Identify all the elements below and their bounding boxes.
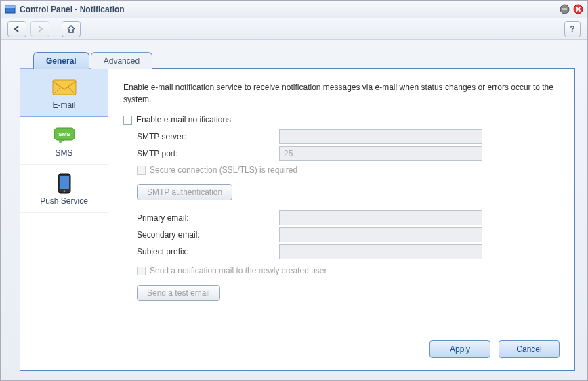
tab-general[interactable]: General (33, 52, 89, 69)
main-content: Enable e-mail notification service to re… (108, 69, 574, 370)
sms-icon: SMS (51, 125, 78, 145)
checkbox-icon (123, 116, 132, 125)
checkbox-label: Secure connection (SSL/TLS) is required (150, 165, 297, 175)
window: Control Panel - Notification ? General A… (0, 0, 588, 381)
secondary-email-input[interactable] (279, 227, 482, 242)
smtp-server-input[interactable] (279, 129, 482, 144)
home-button[interactable] (62, 21, 81, 37)
email-icon (51, 77, 78, 97)
send-test-button[interactable]: Send a test email (137, 285, 220, 301)
sidebar-item-label: E-mail (52, 100, 75, 110)
smtp-server-label: SMTP server: (137, 132, 279, 141)
checkbox-label: Enable e-mail notifications (136, 115, 231, 125)
sidebar-item-email[interactable]: E-mail (20, 68, 108, 117)
app-icon (5, 4, 16, 15)
minimize-icon[interactable] (559, 4, 570, 15)
smtp-port-row: SMTP port: (137, 146, 560, 161)
sidebar-item-label: Push Service (40, 196, 88, 206)
push-icon (51, 173, 78, 194)
svg-rect-11 (60, 176, 69, 189)
tabs: General Advanced (33, 52, 575, 69)
ssl-checkbox[interactable]: Secure connection (SSL/TLS) is required (137, 165, 560, 175)
sidebar-item-push[interactable]: Push Service (20, 165, 108, 213)
subject-prefix-row: Subject prefix: (137, 244, 560, 259)
smtp-auth-button[interactable]: SMTP authentication (137, 184, 232, 200)
help-button[interactable]: ? (564, 21, 581, 37)
primary-email-input[interactable] (279, 210, 482, 225)
titlebar: Control Panel - Notification (1, 1, 587, 18)
primary-email-row: Primary email: (137, 210, 560, 225)
svg-point-12 (63, 190, 65, 192)
panel: E-mail SMS SMS Push Service Enable e-mai… (20, 68, 575, 371)
content-area: General Advanced E-mail SMS SMS (1, 40, 587, 380)
smtp-server-row: SMTP server: (137, 129, 560, 144)
enable-email-checkbox[interactable]: Enable e-mail notifications (123, 115, 560, 125)
description-text: Enable e-mail notification service to re… (123, 81, 560, 106)
forward-button[interactable] (30, 21, 49, 37)
secondary-email-label: Secondary email: (137, 230, 279, 240)
secondary-email-row: Secondary email: (137, 227, 560, 242)
footer-buttons: Apply Cancel (123, 332, 560, 358)
svg-text:SMS: SMS (58, 131, 70, 137)
sidebar-item-label: SMS (55, 148, 72, 158)
smtp-port-label: SMTP port: (137, 149, 279, 158)
window-title: Control Panel - Notification (20, 5, 556, 14)
toolbar: ? (1, 18, 587, 40)
sidebar: E-mail SMS SMS Push Service (20, 69, 108, 370)
svg-rect-1 (5, 6, 15, 8)
checkbox-label: Send a notification mail to the newly cr… (150, 266, 327, 275)
svg-rect-3 (562, 9, 567, 10)
close-icon[interactable] (572, 4, 583, 15)
tab-advanced[interactable]: Advanced (91, 52, 152, 69)
cancel-button[interactable]: Cancel (499, 340, 560, 358)
sidebar-item-sms[interactable]: SMS SMS (20, 117, 108, 165)
checkbox-icon (137, 166, 146, 175)
smtp-port-input[interactable] (279, 146, 482, 161)
send-newuser-checkbox[interactable]: Send a notification mail to the newly cr… (137, 266, 560, 275)
primary-email-label: Primary email: (137, 213, 279, 223)
apply-button[interactable]: Apply (429, 340, 490, 358)
svg-rect-7 (53, 80, 76, 95)
subject-prefix-input[interactable] (279, 244, 482, 259)
subject-prefix-label: Subject prefix: (137, 247, 279, 256)
checkbox-icon (137, 267, 146, 275)
back-button[interactable] (7, 21, 26, 37)
